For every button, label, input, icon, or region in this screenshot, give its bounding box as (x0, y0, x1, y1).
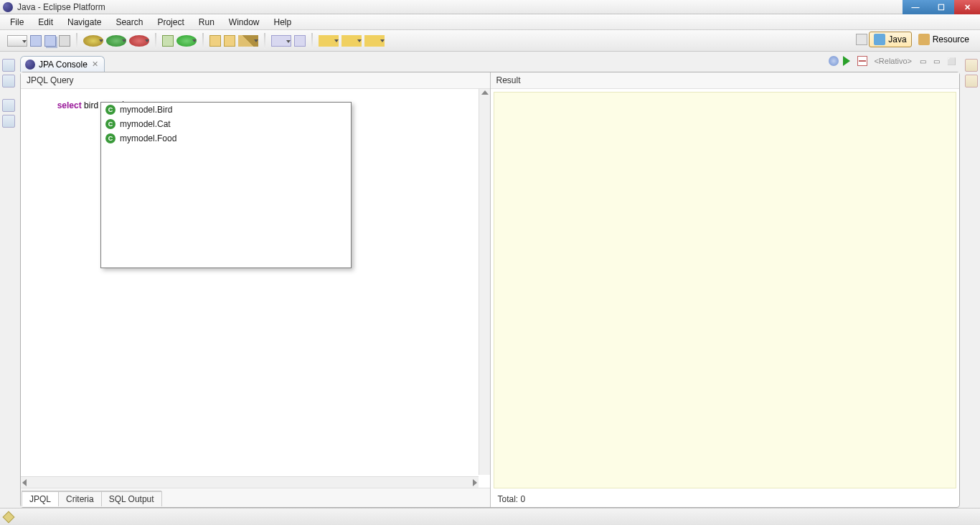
new-java-button[interactable] (162, 35, 174, 47)
autocomplete-item-label: mymodel.Bird (120, 105, 172, 115)
tab-criteria[interactable]: Criteria (58, 491, 102, 506)
menu-edit[interactable]: Edit (31, 16, 60, 29)
window-minimize-button[interactable]: — (903, 0, 928, 14)
view-tab-label: JPA Console (39, 60, 88, 70)
menu-help[interactable]: Help (267, 16, 299, 29)
result-area (494, 92, 957, 488)
status-tip-icon[interactable] (3, 511, 15, 523)
open-type-button[interactable] (209, 35, 221, 47)
jpa-console-icon (25, 60, 35, 70)
main-toolbar: Java Resource (0, 30, 980, 52)
autocomplete-item[interactable]: C mymodel.Cat (101, 117, 351, 131)
vertical-scrollbar[interactable] (479, 89, 490, 475)
tab-sql-output[interactable]: SQL Output (101, 491, 162, 506)
console-run-button[interactable] (843, 56, 853, 66)
perspective-java-label: Java (888, 34, 906, 44)
save-all-button[interactable] (44, 35, 56, 47)
kw-select: select (57, 100, 82, 110)
perspective-resource[interactable]: Resource (913, 32, 974, 47)
menu-search[interactable]: Search (108, 16, 150, 29)
view-minimize-button[interactable]: ▭ (932, 57, 941, 65)
perspective-resource-label: Resource (933, 34, 969, 44)
last-edit-button[interactable] (319, 35, 339, 47)
open-perspective-button[interactable] (856, 34, 867, 45)
result-pane: Result Total: 0 (491, 72, 960, 507)
tab-jpql[interactable]: JPQL (22, 491, 59, 506)
console-search-button[interactable] (829, 56, 839, 66)
window-maximize-button[interactable]: ☐ (928, 0, 954, 14)
eclipse-icon (3, 2, 13, 12)
jpql-query-header: JPQL Query (21, 72, 490, 89)
new-button[interactable] (7, 35, 27, 47)
refresh-button[interactable] (176, 35, 197, 47)
view-min-1[interactable]: ▭ (918, 57, 928, 65)
trim-view-3[interactable] (2, 99, 15, 112)
window-titlebar: Java - Eclipse Platform — ☐ ✕ (0, 0, 980, 14)
autocomplete-item-label: mymodel.Cat (120, 119, 171, 129)
save-button[interactable] (30, 35, 42, 47)
autocomplete-item[interactable]: C mymodel.Bird (101, 103, 351, 117)
view-maximize-button[interactable]: ⬜ (946, 57, 957, 65)
toolbar-separator (202, 33, 204, 49)
scroll-right-icon (473, 479, 477, 486)
open-task-button[interactable] (224, 35, 235, 47)
trim-view-right-2[interactable] (965, 75, 978, 88)
trim-view-1[interactable] (2, 59, 15, 72)
result-total: Total: 0 (491, 491, 960, 507)
trim-view-4[interactable] (2, 115, 15, 128)
bottom-tabs: JPQL Criteria SQL Output (22, 491, 161, 506)
resource-perspective-icon (918, 34, 930, 45)
toolbar-separator (155, 33, 156, 49)
toggle-breadcrumb-button[interactable] (271, 35, 291, 47)
right-trim-stack (963, 56, 980, 508)
menu-navigate[interactable]: Navigate (60, 16, 108, 29)
menu-project[interactable]: Project (150, 16, 191, 29)
back-button[interactable] (341, 35, 362, 47)
menu-window[interactable]: Window (222, 16, 267, 29)
menubar: File Edit Navigate Search Project Run Wi… (0, 14, 980, 30)
menu-file[interactable]: File (3, 16, 31, 29)
window-title: Java - Eclipse Platform (17, 2, 105, 12)
menu-run[interactable]: Run (192, 16, 222, 29)
autocomplete-popup: C mymodel.Bird C mymodel.Cat C mymodel.F… (100, 102, 352, 268)
left-trim-stack (0, 56, 17, 508)
statusbar (0, 508, 980, 525)
autocomplete-item[interactable]: C mymodel.Food (101, 131, 351, 146)
toolbar-separator (264, 33, 265, 49)
relative-label[interactable]: <Relativo> (872, 57, 914, 65)
java-perspective-icon (874, 34, 885, 45)
perspective-java[interactable]: Java (869, 32, 911, 47)
window-close-button[interactable]: ✕ (954, 0, 980, 14)
forward-button[interactable] (364, 35, 385, 47)
toolbar-separator (76, 33, 77, 49)
run-last-button[interactable] (129, 35, 149, 47)
trim-view-right-1[interactable] (965, 59, 978, 72)
scroll-up-icon (481, 90, 489, 95)
trim-view-2[interactable] (2, 75, 15, 88)
horizontal-scrollbar[interactable] (21, 476, 479, 488)
class-icon: C (105, 119, 116, 129)
class-icon: C (105, 133, 116, 143)
toggle-mark-button[interactable] (294, 35, 306, 47)
print-button[interactable] (59, 35, 70, 47)
result-header: Result (491, 72, 960, 89)
autocomplete-item-label: mymodel.Food (120, 133, 176, 143)
toolbar-separator (311, 33, 313, 49)
view-tab-jpa-console[interactable]: JPA Console ✕ (20, 56, 105, 72)
close-tab-button[interactable]: ✕ (92, 60, 98, 69)
view-tab-row: JPA Console ✕ <Relativo> ▭ ▭ ⬜ (20, 55, 960, 72)
scroll-left-icon (22, 479, 27, 486)
console-clear-button[interactable] (857, 56, 867, 66)
class-icon: C (105, 105, 116, 115)
debug-button[interactable] (83, 35, 103, 47)
search-button[interactable] (238, 35, 258, 47)
ident-bird: bird (84, 100, 98, 110)
run-button[interactable] (106, 35, 126, 47)
